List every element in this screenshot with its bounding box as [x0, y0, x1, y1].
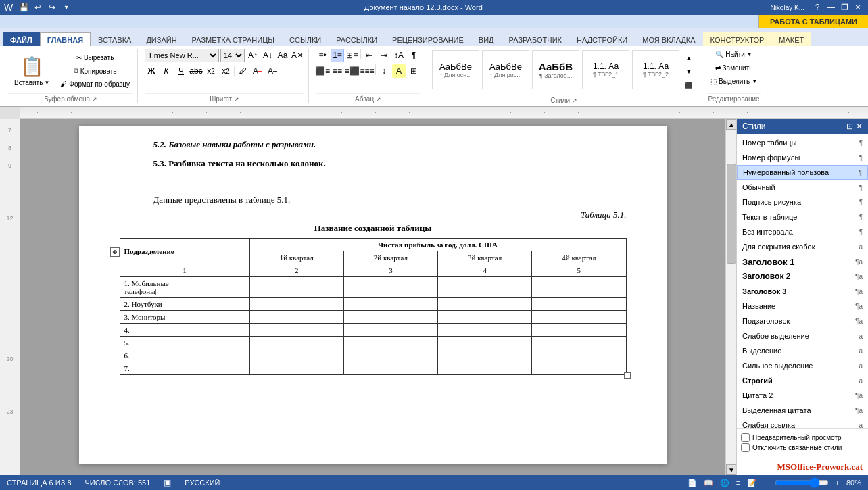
table-cell-mobile-q3[interactable]: [438, 277, 532, 298]
multilevel-btn[interactable]: ⊞≡: [345, 49, 359, 62]
tab-file[interactable]: ФАЙЛ: [3, 32, 40, 46]
strikethrough-btn[interactable]: abc: [189, 64, 203, 78]
close-btn[interactable]: ✕: [852, 1, 864, 14]
table-cell-monitors-q2[interactable]: [343, 311, 437, 324]
font-shrink-btn[interactable]: A↓: [261, 49, 274, 62]
tab-mailings[interactable]: РАССЫЛКИ: [329, 32, 385, 46]
style-heading[interactable]: АаБбВ ¶ Заголов...: [532, 50, 579, 89]
zoom-out-btn[interactable]: −: [763, 479, 767, 487]
line-spacing-btn[interactable]: ↕: [377, 64, 391, 78]
preview-checkbox[interactable]: [741, 433, 750, 442]
style-item-h2[interactable]: Заголовок 2 ¶а: [737, 269, 868, 284]
view-normal-btn[interactable]: 📄: [688, 479, 697, 487]
font-color-btn[interactable]: A▬: [251, 64, 264, 78]
font-grow-btn[interactable]: A↑: [246, 49, 260, 62]
table-cell-notebooks-q3[interactable]: [438, 298, 532, 311]
tab-view[interactable]: ВИД: [471, 32, 502, 46]
table-cell-notebooks[interactable]: 2. Ноутбуки: [120, 298, 249, 311]
table-cell-4-q3[interactable]: [438, 324, 532, 337]
view-outline-btn[interactable]: ≡: [736, 479, 740, 487]
italic-btn[interactable]: К: [160, 64, 173, 78]
sort-btn[interactable]: ↕A: [392, 49, 406, 62]
tab-maket[interactable]: МАКЕТ: [771, 32, 811, 46]
style-default[interactable]: АаБбВе ↑ Для осн...: [432, 50, 479, 89]
tab-developer[interactable]: РАЗРАБОТЧИК: [502, 32, 569, 46]
table-cell-6[interactable]: 6.: [120, 349, 249, 362]
shading-btn[interactable]: A: [392, 64, 406, 78]
copy-button[interactable]: ⧉ Копировать: [57, 65, 133, 77]
style-item-numbered[interactable]: Нумерованный пользова ¶: [737, 165, 868, 180]
view-read-btn[interactable]: 📖: [704, 479, 713, 487]
style-item-h1[interactable]: Заголовок 1 ¶а: [737, 254, 868, 269]
style-item-normal[interactable]: Обычный ¶: [737, 180, 868, 195]
table-cell-mobile-q4[interactable]: [532, 277, 626, 298]
view-draft-btn[interactable]: 📝: [747, 479, 756, 487]
table-resize-handle[interactable]: [624, 372, 631, 379]
tab-design[interactable]: ДИЗАЙН: [139, 32, 184, 46]
font-size-select[interactable]: 14: [220, 49, 245, 62]
style-item-intense-em[interactable]: Сильное выделение а: [737, 358, 868, 373]
scroll-up-btn[interactable]: ▲: [726, 119, 737, 130]
scroll-track[interactable]: [726, 130, 736, 464]
style-item-formula-num[interactable]: Номер формулы ¶: [737, 150, 868, 165]
ruler-corner[interactable]: [0, 107, 20, 119]
table-cell-monitors-q1[interactable]: [249, 311, 343, 324]
table-cell-5-q1[interactable]: [249, 337, 343, 349]
bullets-btn[interactable]: ≡•: [316, 49, 329, 62]
align-justify-btn[interactable]: ≡≡≡: [360, 64, 374, 78]
table-move-handle[interactable]: ⊕: [110, 247, 120, 257]
work-with-tables-label[interactable]: РАБОТА С ТАБЛИЦАМИ: [758, 15, 868, 28]
style-item-intense-quote[interactable]: Выделенная цитата ¶а: [737, 403, 868, 418]
style-item-strong[interactable]: Строгий а: [737, 373, 868, 388]
style-item-subtle-em[interactable]: Слабое выделение а: [737, 328, 868, 343]
style-item-h3[interactable]: Заголовок 3 ¶а: [737, 284, 868, 299]
styles-close-btn[interactable]: ✕: [856, 122, 863, 131]
cut-button[interactable]: ✂ Вырезать: [57, 52, 133, 64]
font-family-select[interactable]: Times New R...: [145, 49, 219, 62]
style-item-quote2[interactable]: Цитата 2 ¶а: [737, 388, 868, 403]
style-item-caption[interactable]: Подпись рисунка ¶: [737, 195, 868, 210]
style-item-no-spacing[interactable]: Без интервала ¶: [737, 224, 868, 239]
scroll-down-btn[interactable]: ▼: [726, 464, 737, 475]
table-cell-6-q1[interactable]: [249, 349, 343, 362]
tab-addins[interactable]: НАДСТРОЙКИ: [569, 32, 635, 46]
style-item-emphasis[interactable]: Выделение а: [737, 343, 868, 358]
clear-format-btn[interactable]: A✕: [291, 49, 304, 62]
table-cell-monitors-q4[interactable]: [532, 311, 626, 324]
table-cell-6-q3[interactable]: [438, 349, 532, 362]
maximize-btn[interactable]: ❐: [838, 1, 850, 14]
find-button[interactable]: 🔍 Найти ▼: [712, 49, 755, 60]
styles-up-btn[interactable]: ▲: [682, 51, 696, 65]
style-tz2[interactable]: 1.1. Аа ¶ ТЗГ2_2: [632, 50, 679, 89]
styles-expand-btn[interactable]: ⊡: [846, 122, 853, 131]
save-btn[interactable]: 💾: [18, 1, 30, 14]
tab-my[interactable]: МОЯ ВКЛАДКА: [635, 32, 702, 46]
style-item-table-num[interactable]: Номер таблицы ¶: [737, 135, 868, 150]
table-cell-6-q4[interactable]: [532, 349, 626, 362]
table-cell-4[interactable]: 4.: [120, 324, 249, 337]
table-cell-mobile-q2[interactable]: [343, 277, 437, 298]
text-highlight-btn[interactable]: 🖊: [236, 64, 249, 78]
superscript-btn[interactable]: x2: [219, 64, 233, 78]
table-cell-4-q4[interactable]: [532, 324, 626, 337]
align-center-btn[interactable]: ≡≡: [331, 64, 344, 78]
change-case-btn[interactable]: Аа: [276, 49, 289, 62]
style-item-subtitle[interactable]: Подзаголовок ¶а: [737, 314, 868, 328]
quick-access-more[interactable]: ▼: [60, 1, 72, 14]
table-cell-monitors-q3[interactable]: [438, 311, 532, 324]
tab-review[interactable]: РЕЦЕНЗИРОВАНИЕ: [385, 32, 471, 46]
tab-layout[interactable]: РАЗМЕТКА СТРАНИЦЫ: [185, 32, 282, 46]
style-item-table-text[interactable]: Текст в таблице ¶: [737, 210, 868, 224]
undo-btn[interactable]: ↩: [32, 1, 44, 14]
style-item-subtle-ref[interactable]: Слабая ссылка а: [737, 418, 868, 428]
document-page[interactable]: 5.2. Базовые навыки работы с разрывами. …: [79, 126, 667, 464]
table-cell-7-q2[interactable]: [343, 362, 437, 375]
zoom-slider[interactable]: [775, 480, 829, 485]
table-cell-5-q4[interactable]: [532, 337, 626, 349]
scroll-thumb[interactable]: [727, 164, 736, 264]
table-cell-notebooks-q4[interactable]: [532, 298, 626, 311]
replace-button[interactable]: ⇄ Заменить: [712, 62, 756, 74]
bold-btn[interactable]: Ж: [145, 64, 158, 78]
table-cell-notebooks-q2[interactable]: [343, 298, 437, 311]
align-right-btn[interactable]: ≡⬛: [345, 64, 359, 78]
